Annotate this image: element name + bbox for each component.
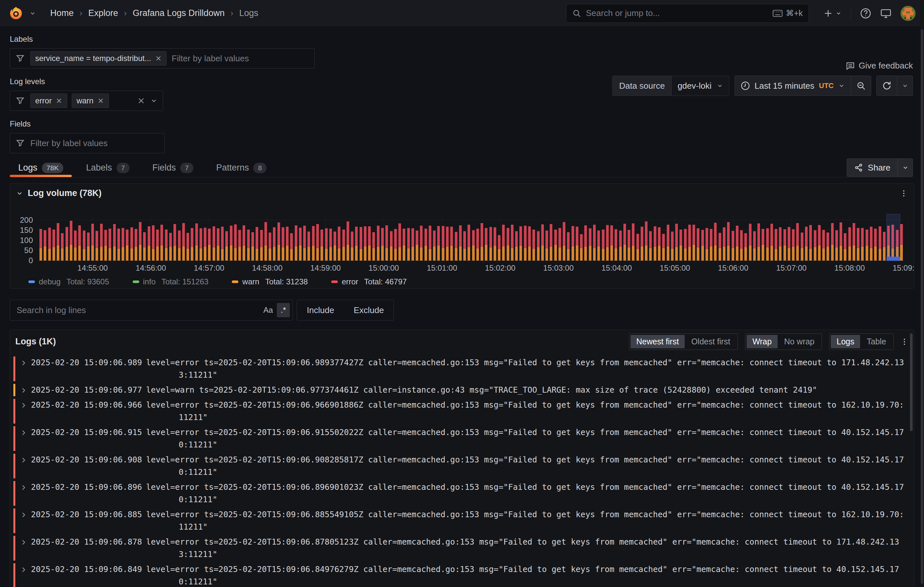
search-input[interactable] bbox=[586, 8, 768, 18]
clear-all-icon[interactable] bbox=[137, 97, 145, 105]
warn-bar-segment bbox=[766, 248, 769, 261]
search-log-lines-input[interactable] bbox=[16, 305, 259, 315]
chevron-right-icon[interactable] bbox=[20, 454, 28, 464]
include-button[interactable]: Include bbox=[297, 300, 344, 320]
toggle-oldest-first[interactable]: Oldest first bbox=[685, 335, 736, 348]
toggle-newest-first[interactable]: Newest first bbox=[630, 335, 685, 348]
error-bar-segment bbox=[381, 228, 384, 246]
chevron-right-icon[interactable] bbox=[20, 508, 28, 519]
remove-chip[interactable] bbox=[155, 55, 162, 62]
filter-chip[interactable]: error bbox=[30, 94, 67, 108]
toggle-logs[interactable]: Logs bbox=[831, 335, 860, 348]
warn-bar-segment bbox=[299, 246, 302, 261]
tab-patterns[interactable]: Patterns8 bbox=[208, 159, 275, 177]
line-filter-box[interactable]: Aa .* bbox=[10, 300, 293, 321]
legend-item-info[interactable]: infoTotal: 151263 bbox=[133, 277, 209, 286]
remove-chip[interactable] bbox=[56, 98, 62, 104]
log-volume-header[interactable]: Log volume (78K) bbox=[10, 184, 914, 203]
warn-bar-segment bbox=[416, 245, 418, 261]
share-button[interactable]: Share bbox=[847, 159, 913, 177]
remove-chip-icon[interactable] bbox=[155, 55, 162, 62]
remove-chip[interactable] bbox=[97, 98, 104, 104]
chevron-right-icon[interactable] bbox=[20, 426, 28, 437]
log-row[interactable]: 2025-02-20 15:09:06.885level=error ts=20… bbox=[13, 507, 908, 534]
chevron-right-icon[interactable] bbox=[20, 481, 28, 491]
log-row[interactable]: 2025-02-20 15:09:06.878level=error ts=20… bbox=[13, 534, 908, 562]
refresh-interval-dropdown[interactable] bbox=[897, 76, 912, 96]
chevron-right-icon[interactable] bbox=[20, 384, 28, 394]
breadcrumb-item[interactable]: Logs bbox=[239, 8, 259, 18]
org-switcher-chevron-icon[interactable] bbox=[29, 10, 36, 17]
error-bar-segment bbox=[273, 227, 276, 247]
breadcrumb-item[interactable]: Explore bbox=[88, 8, 118, 18]
exclude-button[interactable]: Exclude bbox=[344, 300, 394, 320]
chevron-right-icon[interactable] bbox=[20, 536, 28, 546]
fields-values-input[interactable] bbox=[30, 138, 159, 148]
tab-fields[interactable]: Fields7 bbox=[144, 159, 202, 177]
regex-button[interactable]: .* bbox=[277, 303, 290, 317]
main-content: Labels Give feedback service_name = temp… bbox=[0, 27, 924, 587]
error-bar-segment bbox=[48, 228, 51, 249]
chart-bar bbox=[368, 227, 371, 261]
chevron-down-icon[interactable] bbox=[150, 97, 157, 104]
log-levels-filter-box[interactable]: errorwarn bbox=[10, 91, 163, 111]
monitor-icon[interactable] bbox=[880, 8, 891, 19]
legend-item-debug[interactable]: debugTotal: 93605 bbox=[28, 277, 109, 286]
logs-scrollbar-thumb[interactable] bbox=[910, 333, 912, 431]
chart-bar bbox=[771, 224, 773, 261]
tab-logs[interactable]: Logs78K bbox=[10, 159, 72, 177]
legend-item-warn[interactable]: warnTotal: 31238 bbox=[232, 277, 308, 286]
breadcrumb-item[interactable]: Home bbox=[50, 8, 74, 18]
log-row[interactable]: 2025-02-20 15:09:06.849level=error ts=20… bbox=[13, 562, 908, 587]
global-search[interactable]: ⌘+k bbox=[566, 4, 809, 23]
error-bar-segment bbox=[472, 230, 475, 246]
panel-menu-kebab-icon[interactable] bbox=[900, 337, 909, 346]
chart-bar bbox=[78, 225, 81, 261]
help-icon[interactable] bbox=[860, 8, 871, 19]
chevron-right-icon[interactable] bbox=[20, 563, 28, 573]
error-bar-segment bbox=[178, 231, 181, 248]
refresh-button[interactable] bbox=[877, 76, 897, 96]
give-feedback-link[interactable]: Give feedback bbox=[846, 61, 913, 71]
warn-bar-segment bbox=[437, 246, 440, 261]
chevron-right-icon[interactable] bbox=[20, 356, 28, 367]
v-gridline bbox=[500, 216, 500, 261]
page-scrollbar[interactable] bbox=[920, 0, 924, 587]
error-bar-segment bbox=[182, 223, 185, 246]
remove-chip-icon[interactable] bbox=[56, 98, 62, 104]
warn-bar-segment bbox=[675, 247, 678, 261]
breadcrumb-item[interactable]: Grafana Logs Drilldown bbox=[133, 8, 224, 18]
avatar[interactable] bbox=[901, 6, 916, 21]
log-row[interactable]: 2025-02-20 15:09:06.908level=error ts=20… bbox=[13, 452, 908, 480]
log-row[interactable]: 2025-02-20 15:09:06.915level=error ts=20… bbox=[13, 425, 908, 452]
chevron-right-icon[interactable] bbox=[20, 399, 28, 409]
grafana-logo[interactable] bbox=[8, 6, 23, 21]
zoom-out-button[interactable] bbox=[851, 76, 871, 96]
panel-menu-kebab-icon[interactable] bbox=[899, 189, 908, 198]
tab-labels[interactable]: Labels7 bbox=[78, 159, 138, 177]
remove-chip-icon[interactable] bbox=[97, 98, 104, 104]
log-row[interactable]: 2025-02-20 15:09:06.966level=error ts=20… bbox=[13, 397, 908, 425]
error-bar-segment bbox=[247, 230, 250, 248]
filter-chip[interactable]: warn bbox=[72, 94, 109, 108]
share-dropdown[interactable] bbox=[898, 159, 912, 177]
toggle-table[interactable]: Table bbox=[861, 335, 892, 348]
log-row[interactable]: 2025-02-20 15:09:06.989level=error ts=20… bbox=[13, 355, 908, 382]
fields-filter-box[interactable] bbox=[10, 133, 165, 153]
log-row[interactable]: 2025-02-20 15:09:06.977level=warn ts=202… bbox=[13, 382, 908, 397]
line-filter-row: Aa .* Include Exclude bbox=[10, 300, 914, 321]
legend-item-error[interactable]: errorTotal: 46797 bbox=[331, 277, 407, 286]
toggle-no-wrap[interactable]: No wrap bbox=[778, 335, 820, 348]
labels-filter-box[interactable]: service_name = tempo-distribut... bbox=[10, 48, 315, 68]
page-scrollbar-thumb[interactable] bbox=[921, 29, 923, 584]
warn-bar-segment bbox=[143, 248, 146, 261]
log-row[interactable]: 2025-02-20 15:09:06.896level=error ts=20… bbox=[13, 480, 908, 507]
label-values-input[interactable] bbox=[172, 53, 309, 64]
filter-chip[interactable]: service_name = tempo-distribut... bbox=[30, 51, 167, 66]
case-sensitivity-button[interactable]: Aa bbox=[259, 303, 277, 317]
add-button[interactable] bbox=[823, 8, 842, 18]
collapse-chevron-icon[interactable] bbox=[16, 190, 23, 197]
toggle-wrap[interactable]: Wrap bbox=[747, 335, 777, 348]
datasource-picker[interactable]: Data source gdev-loki bbox=[612, 76, 729, 96]
time-range-picker[interactable]: Last 15 minutes UTC bbox=[735, 76, 851, 96]
